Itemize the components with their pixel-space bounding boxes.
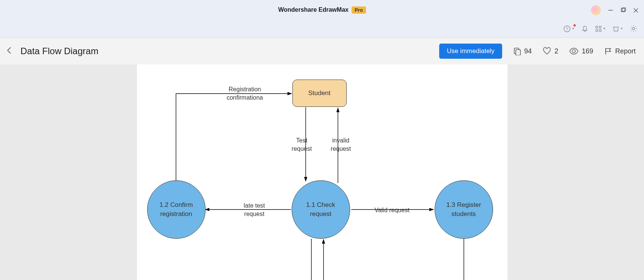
stat-views: 169 — [569, 46, 593, 56]
svg-rect-13 — [516, 50, 520, 55]
eye-icon — [569, 46, 579, 56]
chevron-down-icon: ▼ — [620, 27, 623, 30]
label-invalid-request: invalid request — [326, 136, 356, 153]
report-button[interactable]: Report — [604, 47, 636, 55]
notification-dot — [573, 24, 576, 27]
titlebar: Wondershare EdrawMax Pro — [0, 0, 644, 20]
page-title: Data Flow Diagram — [20, 46, 439, 56]
svg-point-11 — [633, 28, 635, 30]
node-13-line2: students — [451, 210, 476, 219]
label-valid-request: Valid request — [368, 206, 417, 214]
node-13-line1: 1.3 Register — [446, 200, 481, 210]
svg-rect-9 — [596, 30, 598, 31]
secondary-toolbar: ? ▼ ▼ ▼ — [0, 20, 644, 38]
label-test-request: Test request — [287, 136, 317, 153]
diagram-canvas[interactable]: Student 1.2 Confirm registration 1.1 Che… — [137, 64, 507, 280]
subheader: Data Flow Diagram Use immediately 94 2 1… — [0, 38, 644, 64]
label-registration-confirmation: Registration confirmationa — [211, 85, 279, 102]
stat-copies[interactable]: 94 — [513, 47, 532, 55]
node-11-line2: request — [310, 210, 331, 219]
grid-icon[interactable]: ▼ — [595, 25, 606, 32]
copy-icon — [513, 47, 521, 55]
shirt-icon[interactable]: ▼ — [613, 25, 623, 32]
stat-likes[interactable]: 2 — [542, 47, 558, 56]
node-11-line1: 1.1 Check — [306, 200, 335, 210]
app-name-text: Wondershare EdrawMax — [278, 6, 349, 13]
canvas-wrap: Student 1.2 Confirm registration 1.1 Che… — [0, 64, 644, 280]
flag-icon — [604, 47, 612, 55]
report-label: Report — [615, 47, 636, 55]
stat-likes-value: 2 — [554, 47, 558, 55]
back-button[interactable] — [5, 46, 20, 56]
chevron-down-icon: ▼ — [603, 27, 606, 30]
avatar[interactable] — [591, 5, 601, 15]
stats-row: 94 2 169 Report — [513, 46, 636, 56]
node-12-line1: 1.2 Confirm — [160, 200, 193, 210]
svg-rect-10 — [599, 30, 601, 31]
node-check-request[interactable]: 1.1 Check request — [292, 180, 350, 239]
chevron-down-icon: ▼ — [572, 27, 575, 30]
label-late-test-request: late test request — [236, 202, 273, 218]
node-register-students[interactable]: 1.3 Register students — [435, 180, 493, 239]
node-student[interactable]: Student — [292, 80, 347, 107]
maximize-button[interactable] — [620, 8, 626, 13]
bell-icon[interactable] — [581, 25, 588, 32]
stat-views-value: 169 — [582, 47, 593, 55]
minimize-button[interactable] — [608, 7, 614, 13]
gear-icon[interactable] — [630, 25, 637, 32]
svg-text:?: ? — [566, 27, 568, 31]
heart-icon — [542, 47, 551, 56]
svg-rect-8 — [599, 26, 601, 28]
close-button[interactable] — [633, 8, 639, 13]
pro-badge: Pro — [352, 6, 366, 14]
stat-copies-value: 94 — [524, 47, 532, 55]
node-12-line2: registration — [160, 210, 192, 219]
node-confirm-registration[interactable]: 1.2 Confirm registration — [147, 180, 206, 239]
use-immediately-button[interactable]: Use immediately — [439, 44, 502, 59]
window-controls — [591, 5, 639, 15]
node-student-label: Student — [308, 89, 331, 97]
app-title: Wondershare EdrawMax Pro — [278, 6, 366, 14]
svg-rect-7 — [596, 26, 598, 28]
help-icon[interactable]: ? ▼ — [563, 25, 575, 33]
svg-point-14 — [572, 50, 575, 53]
